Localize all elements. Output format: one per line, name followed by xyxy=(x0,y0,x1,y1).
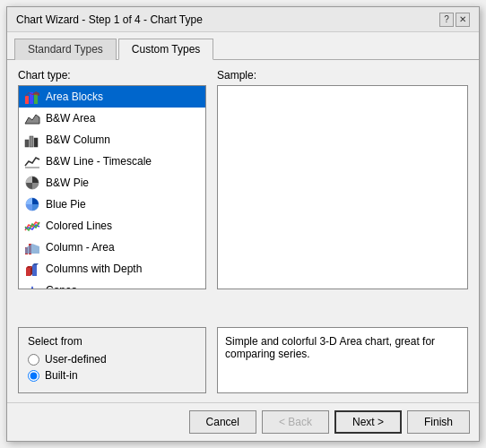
svg-rect-17 xyxy=(32,265,37,276)
list-item[interactable]: Columns with Depth xyxy=(19,258,205,280)
column-area-icon xyxy=(24,239,40,255)
cones-icon xyxy=(24,282,40,289)
right-panel: Sample: xyxy=(217,69,468,313)
sample-preview xyxy=(217,85,468,289)
user-defined-label: User-defined xyxy=(45,353,107,366)
select-from-title: Select from xyxy=(28,335,196,348)
next-button[interactable]: Next > xyxy=(334,410,402,434)
list-item-label: B&W Pie xyxy=(46,177,89,189)
back-button[interactable]: < Back xyxy=(262,410,329,434)
svg-marker-4 xyxy=(25,115,39,124)
help-button[interactable]: ? xyxy=(439,13,454,27)
list-item-label: B&W Area xyxy=(46,112,95,125)
blue-pie-icon xyxy=(24,196,40,212)
bw-area-icon xyxy=(24,110,40,126)
list-item[interactable]: B&W Area xyxy=(19,108,205,129)
list-item-label: Columns with Depth xyxy=(46,263,142,275)
tab-custom-types[interactable]: Custom Types xyxy=(118,39,213,60)
list-item-label: B&W Column xyxy=(46,134,110,146)
list-item[interactable]: Cones xyxy=(19,280,205,289)
built-in-label: Built-in xyxy=(45,369,78,382)
list-item-label: Colored Lines xyxy=(46,220,112,232)
dialog-title: Chart Wizard - Step 1 of 4 - Chart Type xyxy=(16,13,203,26)
area-blocks-icon xyxy=(24,89,40,105)
bw-pie-icon xyxy=(24,175,40,191)
list-item-label: Area Blocks xyxy=(46,90,103,103)
svg-rect-0 xyxy=(25,96,29,104)
svg-rect-2 xyxy=(34,94,38,104)
title-bar-buttons: ? ✕ xyxy=(439,13,470,27)
svg-rect-6 xyxy=(30,136,33,147)
built-in-option[interactable]: Built-in xyxy=(28,369,196,382)
list-item[interactable]: B&W Column xyxy=(19,129,205,151)
colored-lines-icon xyxy=(24,218,40,234)
chart-type-list[interactable]: Area Blocks B&W Area xyxy=(18,85,206,289)
built-in-radio[interactable] xyxy=(28,370,39,382)
list-item[interactable]: Column - Area xyxy=(19,237,205,258)
list-item[interactable]: B&W Pie xyxy=(19,172,205,194)
chart-wizard-dialog: Chart Wizard - Step 1 of 4 - Chart Type … xyxy=(6,6,480,442)
chart-description: Simple and colorful 3-D Area chart, grea… xyxy=(217,327,468,393)
bw-column-icon xyxy=(24,132,40,148)
svg-marker-13 xyxy=(25,244,39,254)
finish-button[interactable]: Finish xyxy=(407,410,470,434)
svg-rect-7 xyxy=(34,138,38,147)
svg-marker-19 xyxy=(28,286,37,289)
title-bar: Chart Wizard - Step 1 of 4 - Chart Type … xyxy=(7,7,479,32)
dialog-content: Chart type: Area Blocks xyxy=(7,60,479,402)
tab-bar: Standard Types Custom Types xyxy=(7,32,479,60)
user-defined-option[interactable]: User-defined xyxy=(28,353,196,366)
button-bar: Cancel < Back Next > Finish xyxy=(7,402,479,441)
chart-type-label: Chart type: xyxy=(18,69,206,82)
main-area: Chart type: Area Blocks xyxy=(18,69,468,313)
user-defined-radio[interactable] xyxy=(28,354,39,366)
svg-marker-21 xyxy=(25,289,32,289)
select-from-box: Select from User-defined Built-in xyxy=(18,327,206,393)
svg-rect-5 xyxy=(25,140,29,147)
svg-rect-14 xyxy=(26,268,30,276)
svg-marker-18 xyxy=(32,263,39,265)
list-item-label: B&W Line - Timescale xyxy=(46,155,152,168)
list-item[interactable]: Colored Lines xyxy=(19,215,205,237)
list-item-label: Column - Area xyxy=(46,241,115,254)
left-panel: Chart type: Area Blocks xyxy=(18,69,206,313)
list-item[interactable]: Blue Pie xyxy=(19,194,205,215)
cancel-button[interactable]: Cancel xyxy=(189,410,256,434)
bw-line-timescale-icon xyxy=(24,153,40,169)
close-button[interactable]: ✕ xyxy=(456,13,470,27)
list-item-label: Cones xyxy=(46,284,77,289)
list-item-label: Blue Pie xyxy=(46,198,86,211)
columns-depth-icon xyxy=(24,261,40,277)
list-item[interactable]: B&W Line - Timescale xyxy=(19,151,205,172)
sample-label: Sample: xyxy=(217,69,468,82)
bottom-row: Select from User-defined Built-in Simple… xyxy=(18,320,468,393)
tab-standard-types[interactable]: Standard Types xyxy=(14,39,117,60)
list-item[interactable]: Area Blocks xyxy=(19,86,205,108)
